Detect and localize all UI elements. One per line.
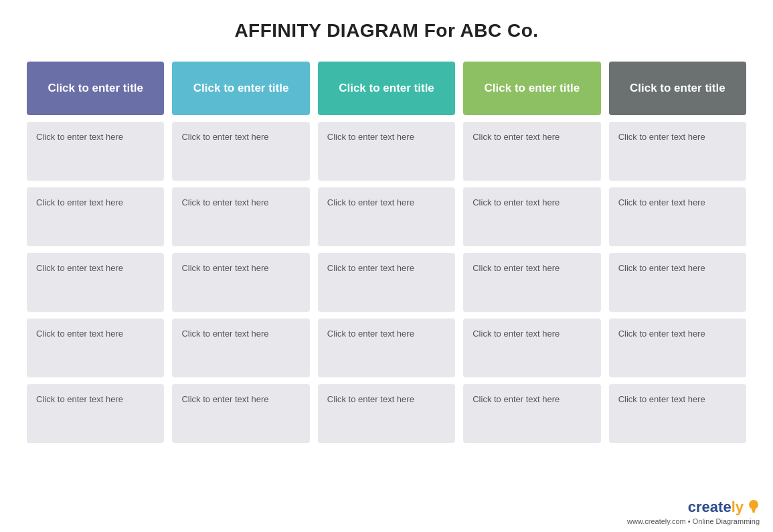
column-header-label-1: Click to enter title bbox=[42, 76, 149, 100]
column-5: Click to enter titleClick to enter text … bbox=[609, 62, 746, 443]
card-text-col3-row2: Click to enter text here bbox=[327, 197, 414, 209]
card-text-col1-row2: Click to enter text here bbox=[36, 197, 123, 209]
svg-rect-1 bbox=[752, 509, 756, 510]
svg-rect-3 bbox=[752, 511, 755, 513]
card-col1-row5[interactable]: Click to enter text here bbox=[27, 384, 164, 443]
card-text-col1-row3: Click to enter text here bbox=[36, 262, 123, 274]
column-header-5[interactable]: Click to enter title bbox=[609, 62, 746, 115]
card-text-col1-row4: Click to enter text here bbox=[36, 328, 123, 340]
column-1: Click to enter titleClick to enter text … bbox=[27, 62, 164, 443]
card-col4-row1[interactable]: Click to enter text here bbox=[463, 122, 600, 181]
card-col4-row4[interactable]: Click to enter text here bbox=[463, 319, 600, 377]
card-text-col5-row4: Click to enter text here bbox=[618, 328, 705, 340]
card-col2-row1[interactable]: Click to enter text here bbox=[172, 122, 309, 181]
card-text-col5-row3: Click to enter text here bbox=[618, 262, 705, 274]
card-col3-row5[interactable]: Click to enter text here bbox=[318, 384, 455, 443]
card-col2-row2[interactable]: Click to enter text here bbox=[172, 187, 309, 246]
card-col5-row1[interactable]: Click to enter text here bbox=[609, 122, 746, 181]
column-header-label-4: Click to enter title bbox=[479, 76, 586, 100]
card-text-col4-row5: Click to enter text here bbox=[473, 393, 560, 406]
svg-rect-2 bbox=[752, 510, 756, 511]
column-header-3[interactable]: Click to enter title bbox=[318, 62, 455, 115]
logo-ly: ly bbox=[732, 499, 744, 515]
diagram-container: Click to enter titleClick to enter text … bbox=[0, 62, 773, 443]
card-text-col4-row3: Click to enter text here bbox=[473, 262, 560, 274]
card-text-col5-row5: Click to enter text here bbox=[618, 393, 705, 406]
card-col2-row5[interactable]: Click to enter text here bbox=[172, 384, 309, 443]
footer-url: www.creately.com • Online Diagramming bbox=[627, 517, 760, 525]
footer: creately www.creately.com • Online Diagr… bbox=[627, 499, 760, 525]
card-col3-row2[interactable]: Click to enter text here bbox=[318, 187, 455, 246]
card-col1-row2[interactable]: Click to enter text here bbox=[27, 187, 164, 246]
card-col5-row5[interactable]: Click to enter text here bbox=[609, 384, 746, 443]
card-col4-row5[interactable]: Click to enter text here bbox=[463, 384, 600, 443]
card-col4-row2[interactable]: Click to enter text here bbox=[463, 187, 600, 246]
card-text-col2-row5: Click to enter text here bbox=[181, 393, 268, 406]
card-col3-row3[interactable]: Click to enter text here bbox=[318, 253, 455, 312]
card-text-col4-row2: Click to enter text here bbox=[473, 197, 560, 209]
card-col2-row4[interactable]: Click to enter text here bbox=[172, 319, 309, 377]
card-text-col5-row2: Click to enter text here bbox=[618, 197, 705, 209]
card-text-col2-row3: Click to enter text here bbox=[181, 262, 268, 274]
card-col4-row3[interactable]: Click to enter text here bbox=[463, 253, 600, 312]
card-text-col3-row1: Click to enter text here bbox=[327, 131, 414, 143]
footer-logo: creately bbox=[688, 499, 760, 516]
card-col1-row1[interactable]: Click to enter text here bbox=[27, 122, 164, 181]
footer-logo-text: creately bbox=[688, 499, 744, 516]
column-3: Click to enter titleClick to enter text … bbox=[318, 62, 455, 443]
svg-point-0 bbox=[749, 500, 758, 509]
card-col5-row2[interactable]: Click to enter text here bbox=[609, 187, 746, 246]
card-col5-row3[interactable]: Click to enter text here bbox=[609, 253, 746, 312]
column-2: Click to enter titleClick to enter text … bbox=[172, 62, 309, 443]
column-header-4[interactable]: Click to enter title bbox=[463, 62, 600, 115]
card-text-col1-row5: Click to enter text here bbox=[36, 393, 123, 406]
column-header-label-5: Click to enter title bbox=[624, 76, 731, 100]
card-col3-row1[interactable]: Click to enter text here bbox=[318, 122, 455, 181]
card-text-col1-row1: Click to enter text here bbox=[36, 131, 123, 143]
column-header-label-2: Click to enter title bbox=[188, 76, 294, 100]
bulb-icon bbox=[748, 499, 760, 516]
card-col2-row3[interactable]: Click to enter text here bbox=[172, 253, 309, 312]
card-text-col4-row1: Click to enter text here bbox=[473, 131, 560, 143]
card-text-col4-row4: Click to enter text here bbox=[473, 328, 560, 340]
column-4: Click to enter titleClick to enter text … bbox=[463, 62, 600, 443]
card-text-col5-row1: Click to enter text here bbox=[618, 131, 705, 143]
card-col3-row4[interactable]: Click to enter text here bbox=[318, 319, 455, 377]
card-col5-row4[interactable]: Click to enter text here bbox=[609, 319, 746, 377]
page-title: AFFINITY DIAGRAM For ABC Co. bbox=[0, 0, 773, 55]
logo-create: create bbox=[688, 499, 732, 515]
card-text-col3-row5: Click to enter text here bbox=[327, 393, 414, 406]
card-text-col2-row1: Click to enter text here bbox=[181, 131, 268, 143]
card-text-col2-row4: Click to enter text here bbox=[181, 328, 268, 340]
card-text-col3-row4: Click to enter text here bbox=[327, 328, 414, 340]
card-col1-row4[interactable]: Click to enter text here bbox=[27, 319, 164, 377]
column-header-label-3: Click to enter title bbox=[333, 76, 440, 100]
column-header-1[interactable]: Click to enter title bbox=[27, 62, 164, 115]
card-col1-row3[interactable]: Click to enter text here bbox=[27, 253, 164, 312]
card-text-col3-row3: Click to enter text here bbox=[327, 262, 414, 274]
column-header-2[interactable]: Click to enter title bbox=[172, 62, 309, 115]
card-text-col2-row2: Click to enter text here bbox=[181, 197, 268, 209]
